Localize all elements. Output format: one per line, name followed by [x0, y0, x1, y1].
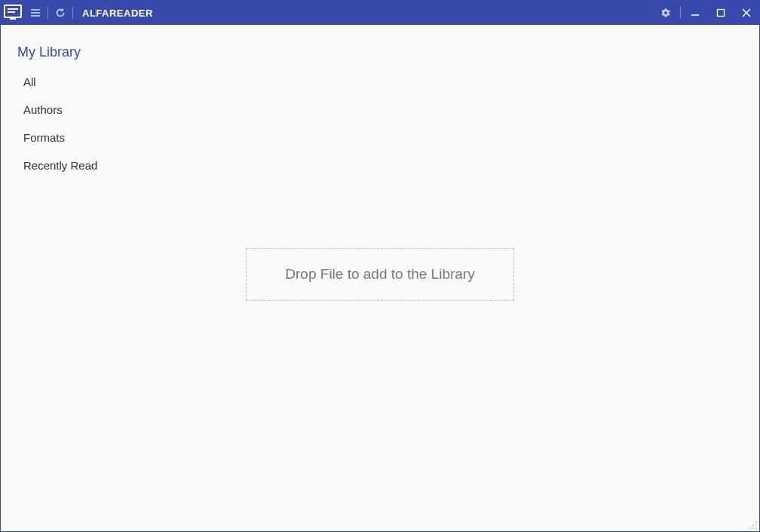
titlebar-separator [72, 7, 73, 19]
sidebar-item-all[interactable]: All [1, 68, 167, 96]
svg-point-17 [755, 527, 757, 529]
svg-rect-9 [718, 10, 725, 17]
app-title: ALFAREADER [82, 8, 153, 19]
svg-point-12 [755, 521, 757, 523]
app-window: ALFAREADER [0, 0, 760, 532]
close-icon[interactable] [734, 1, 759, 25]
titlebar-separator [680, 7, 681, 19]
minimize-icon[interactable] [682, 1, 708, 25]
sidebar-item-recently-read[interactable]: Recently Read [1, 151, 167, 179]
resize-grip-icon[interactable] [747, 519, 758, 530]
sidebar-title[interactable]: My Library [1, 38, 167, 68]
maximize-icon[interactable] [708, 1, 734, 25]
svg-point-14 [755, 524, 757, 526]
titlebar-right [653, 1, 759, 25]
content-area: My Library All Authors Formats Recently … [1, 25, 759, 531]
sidebar-item-formats[interactable]: Formats [1, 124, 167, 151]
app-logo-icon[interactable] [1, 1, 25, 25]
titlebar-left: ALFAREADER [1, 1, 153, 25]
sidebar: My Library All Authors Formats Recently … [1, 25, 167, 531]
titlebar-separator [48, 7, 48, 19]
sidebar-item-authors[interactable]: Authors [1, 96, 167, 124]
main-area: Drop File to add to the Library [167, 25, 759, 531]
dropzone-label: Drop File to add to the Library [285, 266, 474, 283]
svg-point-15 [749, 527, 751, 529]
refresh-icon[interactable] [50, 1, 71, 25]
svg-point-16 [752, 527, 754, 529]
svg-point-13 [752, 524, 754, 526]
titlebar: ALFAREADER [1, 1, 759, 25]
settings-icon[interactable] [653, 1, 679, 25]
menu-icon[interactable] [25, 1, 46, 25]
file-dropzone[interactable]: Drop File to add to the Library [246, 248, 514, 301]
